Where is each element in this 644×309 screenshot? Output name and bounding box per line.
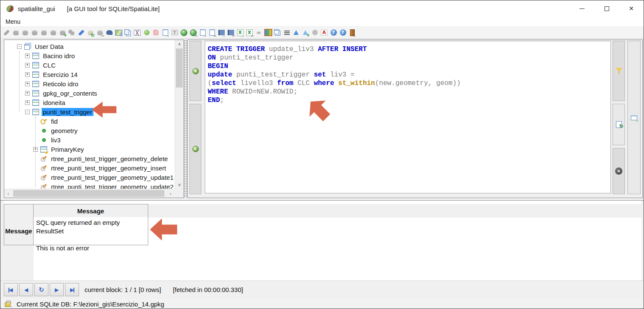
database-icon: [40, 28, 48, 37]
window-stack-icon: [274, 28, 282, 37]
toolbar-button[interactable]: →: [161, 28, 170, 38]
table-icon: [32, 108, 39, 115]
tree-horizontal-scrollbar[interactable]: ‹ ›: [4, 189, 175, 198]
toolbar-button[interactable]: ?: [329, 28, 338, 38]
current-db-path: Current SQLite DB: F:\lezioni_gis\Eserci…: [17, 300, 164, 308]
last-block-button[interactable]: ▶: [65, 283, 79, 296]
expand-icon[interactable]: +: [25, 54, 30, 58]
next-block-button[interactable]: ▶: [50, 283, 64, 296]
tree-item-rtree-punti-test-trigger-geometry-update2[interactable]: rtree_punti_test_trigger_geometry_update…: [4, 182, 175, 189]
toolbar-button[interactable]: ∞: [207, 28, 217, 38]
tree-item-gpkg-ogr-contents[interactable]: +gpkg_ogr_contents: [4, 88, 175, 98]
panel-splitter[interactable]: [184, 40, 187, 198]
tree-item-label: Reticolo idro: [42, 80, 79, 88]
toolbar-button[interactable]: [142, 28, 151, 38]
tree-item-rtree-punti-test-trigger-geometry-insert[interactable]: rtree_punti_test_trigger_geometry_insert: [4, 163, 175, 173]
tree-item-rtree-punti-test-trigger-geometry-delete[interactable]: rtree_punti_test_trigger_geometry_delete: [4, 154, 175, 163]
tree-item-esercizio-14[interactable]: +Esercizio 14: [4, 70, 175, 79]
dot-icon: [40, 127, 47, 134]
current-block-status: current block: 1 / 1 [0 rows]: [85, 286, 161, 293]
table-icon: [32, 80, 39, 87]
toolbar-button[interactable]: →: [347, 28, 357, 38]
toolbar-button[interactable]: A: [319, 28, 329, 38]
sql-line: WHERE ROWID=NEW.ROWID;: [208, 88, 608, 96]
expand-icon[interactable]: +: [25, 63, 30, 68]
toolbar-button[interactable]: [282, 28, 291, 38]
refresh-document-button[interactable]: [613, 104, 625, 145]
tree-vertical-scrollbar[interactable]: ∧ ∨: [175, 40, 184, 189]
scroll-up-icon[interactable]: ∧: [175, 40, 184, 48]
grid-row-header[interactable]: Message: [4, 217, 34, 245]
scrollbar-thumb[interactable]: [13, 190, 164, 197]
toolbar-button[interactable]: [273, 28, 282, 38]
toolbar-button[interactable]: +: [301, 28, 310, 38]
tree-item-geometry[interactable]: geometry: [4, 126, 175, 135]
maximize-button[interactable]: [594, 0, 619, 17]
toolbar-button[interactable]: X∞: [245, 28, 254, 38]
history-back-button[interactable]: ◂: [189, 41, 201, 101]
toolbar-button[interactable]: ∞: [226, 28, 235, 38]
expand-icon[interactable]: +: [25, 100, 30, 105]
toolbar-button[interactable]: [151, 28, 161, 38]
tree-item-liv3[interactable]: liv3: [4, 135, 175, 145]
tree-item-reticolo-idro[interactable]: +Reticolo idro: [4, 79, 175, 88]
grid-corner-cell[interactable]: [4, 204, 34, 218]
toolbar-button[interactable]: X→: [235, 28, 245, 38]
collapse-icon[interactable]: -: [25, 110, 30, 114]
sql-token: END: [208, 96, 220, 104]
toolbar-button[interactable]: [291, 28, 301, 38]
toolbar-button[interactable]: ∞: [189, 28, 198, 38]
tree-item-fid[interactable]: fid: [4, 116, 175, 126]
wrench-icon: [39, 163, 49, 173]
toolbar-button[interactable]: [76, 28, 86, 38]
grid-column-header[interactable]: Message: [33, 204, 148, 218]
scroll-left-icon[interactable]: ‹: [4, 189, 12, 198]
tree-item-punti-test-trigger[interactable]: -punti_test_trigger: [4, 107, 175, 116]
tree-item-primarykey[interactable]: +PrimaryKey: [4, 145, 175, 154]
tree-item-clc[interactable]: +CLC: [4, 60, 175, 70]
tedit-icon: [40, 146, 47, 153]
tree-item-bacino-idro[interactable]: +Bacino idro: [4, 51, 175, 60]
toolbar-button[interactable]: →: [217, 28, 226, 38]
sql-token: CREATE TRIGGER: [208, 45, 265, 53]
toolbar-button[interactable]: [133, 28, 142, 38]
collapse-icon[interactable]: -: [17, 44, 22, 49]
export-resultset-button[interactable]: [627, 41, 641, 194]
clear-button[interactable]: ✕: [613, 148, 625, 194]
toolbar-button[interactable]: [123, 28, 133, 38]
minimize-button[interactable]: [570, 0, 594, 17]
tree-item-idoneita[interactable]: +idoneita: [4, 98, 175, 107]
scroll-down-icon[interactable]: ∨: [175, 181, 184, 189]
sql-token: [334, 79, 339, 87]
toolbar-button[interactable]: →: [198, 28, 207, 38]
tree-item-user-data[interactable]: -User Data: [4, 42, 175, 51]
toolbar-button[interactable]: →: [114, 28, 123, 38]
tree-item-label: rtree_punti_test_trigger_geometry_delete: [50, 155, 169, 163]
history-forward-button[interactable]: ▸: [189, 104, 201, 194]
expand-icon[interactable]: +: [25, 82, 30, 86]
toolbar-button[interactable]: ∞: [95, 28, 105, 38]
expand-icon[interactable]: +: [25, 91, 30, 96]
sql-token: ROWID=NEW.ROWID;: [228, 88, 297, 96]
toolbar-button[interactable]: [179, 28, 189, 38]
sql-editor[interactable]: CREATE TRIGGER update_liv3 AFTER INSERTO…: [205, 41, 611, 193]
toolbar-button[interactable]: [263, 28, 273, 38]
toolbar-button[interactable]: ?: [338, 28, 347, 38]
scrollbar-thumb[interactable]: [176, 48, 183, 88]
refresh-block-button[interactable]: ↻: [34, 283, 48, 296]
message-cell[interactable]: SQL query returned an empty ResultSetThi…: [33, 217, 148, 245]
tree-item-rtree-punti-test-trigger-geometry-update1[interactable]: rtree_punti_test_trigger_geometry_update…: [4, 173, 175, 182]
tree-guide-line: [35, 116, 36, 187]
previous-block-button[interactable]: ◀: [19, 283, 33, 296]
toolbar-button: [30, 28, 39, 38]
toolbar-button: T: [170, 28, 179, 38]
first-block-button[interactable]: ◀: [4, 283, 18, 296]
close-button[interactable]: ✕: [619, 0, 644, 17]
menu-item-menu[interactable]: Menu: [6, 18, 20, 25]
toolbar-button[interactable]: [105, 28, 114, 38]
toolbar-button[interactable]: ↻: [86, 28, 95, 38]
expand-icon[interactable]: +: [25, 72, 30, 77]
text-lines-icon: [283, 28, 291, 37]
filter-button[interactable]: [613, 41, 625, 101]
scroll-right-icon[interactable]: ›: [167, 189, 175, 198]
